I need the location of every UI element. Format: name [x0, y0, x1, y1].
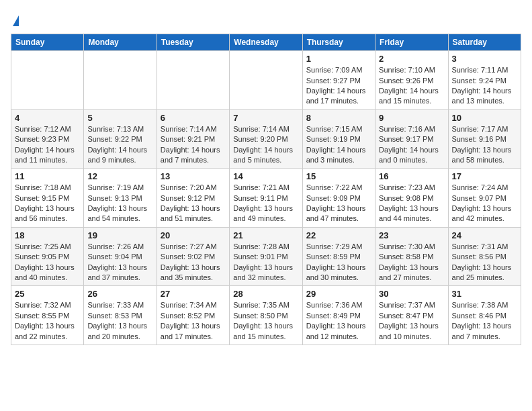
day-info: Sunrise: 7:29 AM Sunset: 8:59 PM Dayligh…	[306, 242, 371, 283]
day-number: 29	[306, 289, 371, 299]
day-number: 28	[233, 289, 298, 299]
day-info: Sunrise: 7:31 AM Sunset: 8:56 PM Dayligh…	[452, 242, 517, 283]
day-number: 24	[452, 230, 517, 240]
day-header-thursday: Thursday	[302, 34, 375, 51]
day-info: Sunrise: 7:33 AM Sunset: 8:53 PM Dayligh…	[87, 300, 152, 342]
day-cell	[230, 51, 302, 110]
day-header-friday: Friday	[375, 34, 448, 51]
logo-triangle-icon	[13, 15, 19, 26]
day-info: Sunrise: 7:14 AM Sunset: 9:20 PM Dayligh…	[233, 124, 298, 166]
week-row-1: 1Sunrise: 7:09 AM Sunset: 9:27 PM Daylig…	[11, 51, 521, 110]
day-number: 11	[15, 171, 80, 181]
day-number: 14	[233, 171, 298, 181]
day-cell: 19Sunrise: 7:26 AM Sunset: 9:04 PM Dayli…	[84, 227, 157, 286]
day-info: Sunrise: 7:26 AM Sunset: 9:04 PM Dayligh…	[87, 242, 152, 283]
day-cell: 9Sunrise: 7:16 AM Sunset: 9:17 PM Daylig…	[375, 109, 448, 169]
day-number: 25	[15, 289, 80, 299]
week-row-4: 18Sunrise: 7:25 AM Sunset: 9:05 PM Dayli…	[11, 227, 521, 286]
day-info: Sunrise: 7:11 AM Sunset: 9:24 PM Dayligh…	[452, 65, 517, 107]
day-cell: 29Sunrise: 7:36 AM Sunset: 8:49 PM Dayli…	[302, 286, 375, 345]
day-info: Sunrise: 7:37 AM Sunset: 8:47 PM Dayligh…	[379, 300, 444, 342]
day-header-sunday: Sunday	[11, 34, 84, 51]
day-cell: 17Sunrise: 7:24 AM Sunset: 9:07 PM Dayli…	[448, 169, 521, 228]
day-info: Sunrise: 7:27 AM Sunset: 9:02 PM Dayligh…	[161, 242, 226, 283]
day-header-wednesday: Wednesday	[230, 34, 302, 51]
day-info: Sunrise: 7:25 AM Sunset: 9:05 PM Dayligh…	[15, 242, 80, 283]
week-row-3: 11Sunrise: 7:18 AM Sunset: 9:15 PM Dayli…	[11, 169, 521, 228]
day-cell: 8Sunrise: 7:15 AM Sunset: 9:19 PM Daylig…	[302, 109, 375, 169]
day-cell: 6Sunrise: 7:14 AM Sunset: 9:21 PM Daylig…	[157, 109, 229, 169]
day-number: 3	[452, 54, 517, 64]
day-number: 16	[379, 171, 444, 181]
day-number: 26	[87, 289, 152, 299]
day-info: Sunrise: 7:22 AM Sunset: 9:09 PM Dayligh…	[306, 183, 371, 224]
day-header-saturday: Saturday	[448, 34, 521, 51]
day-header-monday: Monday	[84, 34, 157, 51]
logo-general-line	[11, 11, 19, 27]
day-number: 30	[379, 289, 444, 299]
header	[11, 11, 521, 27]
day-number: 21	[233, 230, 298, 240]
day-info: Sunrise: 7:20 AM Sunset: 9:12 PM Dayligh…	[161, 183, 226, 224]
day-cell: 31Sunrise: 7:38 AM Sunset: 8:46 PM Dayli…	[448, 286, 521, 345]
day-cell: 15Sunrise: 7:22 AM Sunset: 9:09 PM Dayli…	[302, 169, 375, 228]
day-number: 22	[306, 230, 371, 240]
day-number: 18	[15, 230, 80, 240]
day-info: Sunrise: 7:24 AM Sunset: 9:07 PM Dayligh…	[452, 183, 517, 224]
day-cell: 16Sunrise: 7:23 AM Sunset: 9:08 PM Dayli…	[375, 169, 448, 228]
day-info: Sunrise: 7:28 AM Sunset: 9:01 PM Dayligh…	[233, 242, 298, 283]
day-cell: 13Sunrise: 7:20 AM Sunset: 9:12 PM Dayli…	[157, 169, 229, 228]
day-cell: 7Sunrise: 7:14 AM Sunset: 9:20 PM Daylig…	[230, 109, 302, 169]
day-number: 31	[452, 289, 517, 299]
day-number: 6	[161, 113, 226, 123]
day-cell: 26Sunrise: 7:33 AM Sunset: 8:53 PM Dayli…	[84, 286, 157, 345]
day-cell: 30Sunrise: 7:37 AM Sunset: 8:47 PM Dayli…	[375, 286, 448, 345]
day-cell: 23Sunrise: 7:30 AM Sunset: 8:58 PM Dayli…	[375, 227, 448, 286]
day-cell: 21Sunrise: 7:28 AM Sunset: 9:01 PM Dayli…	[230, 227, 302, 286]
day-cell: 12Sunrise: 7:19 AM Sunset: 9:13 PM Dayli…	[84, 169, 157, 228]
day-info: Sunrise: 7:36 AM Sunset: 8:49 PM Dayligh…	[306, 300, 371, 342]
day-info: Sunrise: 7:12 AM Sunset: 9:23 PM Dayligh…	[15, 124, 80, 166]
day-cell	[84, 51, 157, 110]
day-cell	[11, 51, 84, 110]
day-cell: 22Sunrise: 7:29 AM Sunset: 8:59 PM Dayli…	[302, 227, 375, 286]
day-cell	[157, 51, 229, 110]
day-number: 12	[87, 171, 152, 181]
week-row-2: 4Sunrise: 7:12 AM Sunset: 9:23 PM Daylig…	[11, 109, 521, 169]
day-info: Sunrise: 7:32 AM Sunset: 8:55 PM Dayligh…	[15, 300, 80, 342]
day-info: Sunrise: 7:19 AM Sunset: 9:13 PM Dayligh…	[87, 183, 152, 224]
day-info: Sunrise: 7:34 AM Sunset: 8:52 PM Dayligh…	[161, 300, 226, 342]
day-cell: 14Sunrise: 7:21 AM Sunset: 9:11 PM Dayli…	[230, 169, 302, 228]
day-cell: 4Sunrise: 7:12 AM Sunset: 9:23 PM Daylig…	[11, 109, 84, 169]
day-info: Sunrise: 7:21 AM Sunset: 9:11 PM Dayligh…	[233, 183, 298, 224]
day-cell: 11Sunrise: 7:18 AM Sunset: 9:15 PM Dayli…	[11, 169, 84, 228]
day-number: 1	[306, 54, 371, 64]
day-info: Sunrise: 7:30 AM Sunset: 8:58 PM Dayligh…	[379, 242, 444, 283]
day-cell: 27Sunrise: 7:34 AM Sunset: 8:52 PM Dayli…	[157, 286, 229, 345]
day-number: 17	[452, 171, 517, 181]
day-number: 10	[452, 113, 517, 123]
day-cell: 10Sunrise: 7:17 AM Sunset: 9:16 PM Dayli…	[448, 109, 521, 169]
day-info: Sunrise: 7:13 AM Sunset: 9:22 PM Dayligh…	[87, 124, 152, 166]
day-number: 2	[379, 54, 444, 64]
day-number: 8	[306, 113, 371, 123]
day-cell: 28Sunrise: 7:35 AM Sunset: 8:50 PM Dayli…	[230, 286, 302, 345]
day-info: Sunrise: 7:23 AM Sunset: 9:08 PM Dayligh…	[379, 183, 444, 224]
day-info: Sunrise: 7:15 AM Sunset: 9:19 PM Dayligh…	[306, 124, 371, 166]
day-info: Sunrise: 7:35 AM Sunset: 8:50 PM Dayligh…	[233, 300, 298, 342]
day-number: 27	[161, 289, 226, 299]
day-cell: 24Sunrise: 7:31 AM Sunset: 8:56 PM Dayli…	[448, 227, 521, 286]
day-number: 19	[87, 230, 152, 240]
day-number: 13	[161, 171, 226, 181]
day-info: Sunrise: 7:17 AM Sunset: 9:16 PM Dayligh…	[452, 124, 517, 166]
week-row-5: 25Sunrise: 7:32 AM Sunset: 8:55 PM Dayli…	[11, 286, 521, 345]
day-cell: 2Sunrise: 7:10 AM Sunset: 9:26 PM Daylig…	[375, 51, 448, 110]
day-info: Sunrise: 7:38 AM Sunset: 8:46 PM Dayligh…	[452, 300, 517, 342]
day-number: 9	[379, 113, 444, 123]
day-info: Sunrise: 7:18 AM Sunset: 9:15 PM Dayligh…	[15, 183, 80, 224]
day-cell: 20Sunrise: 7:27 AM Sunset: 9:02 PM Dayli…	[157, 227, 229, 286]
day-number: 4	[15, 113, 80, 123]
day-info: Sunrise: 7:09 AM Sunset: 9:27 PM Dayligh…	[306, 65, 371, 107]
day-cell: 25Sunrise: 7:32 AM Sunset: 8:55 PM Dayli…	[11, 286, 84, 345]
day-info: Sunrise: 7:14 AM Sunset: 9:21 PM Dayligh…	[161, 124, 226, 166]
